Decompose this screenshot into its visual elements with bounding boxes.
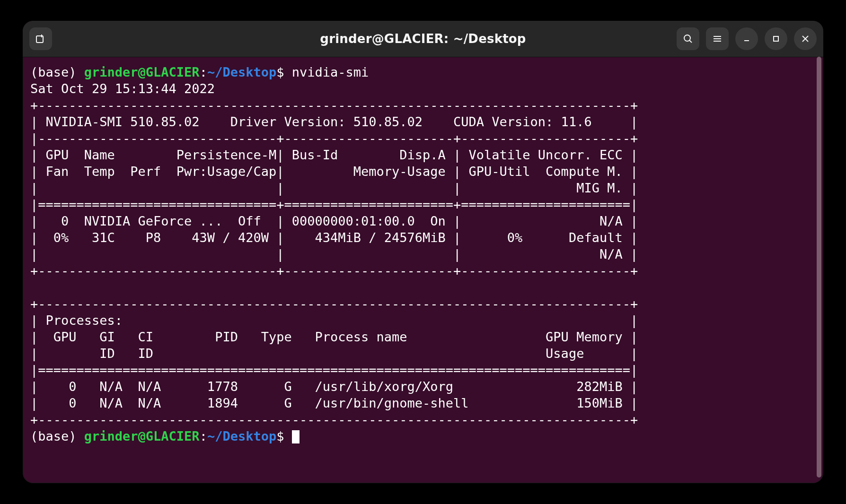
scrollbar-thumb[interactable] xyxy=(817,57,821,478)
titlebar: grinder@GLACIER: ~/Desktop xyxy=(23,21,823,57)
command-text: nvidia-smi xyxy=(292,65,369,79)
search-button[interactable] xyxy=(677,27,699,50)
output-line: | Fan Temp Perf Pwr:Usage/Cap| Memory-Us… xyxy=(30,164,638,179)
maximize-button[interactable] xyxy=(765,27,787,50)
prompt-env: (base) xyxy=(30,65,84,79)
output-line: | | | MIG M. | xyxy=(30,181,638,195)
output-line: | 0% 31C P8 43W / 420W | 434MiB / 24576M… xyxy=(30,230,638,245)
prompt-path: ~/Desktop xyxy=(207,429,276,443)
svg-line-4 xyxy=(689,40,692,43)
output-line: |=======================================… xyxy=(30,363,638,377)
output-line: | GPU GI CI PID Type Process name GPU Me… xyxy=(30,330,638,344)
prompt-dollar: $ xyxy=(276,65,292,79)
prompt-env: (base) xyxy=(30,429,84,443)
svg-point-3 xyxy=(684,35,690,41)
output-line xyxy=(30,280,638,295)
prompt-colon: : xyxy=(200,429,207,443)
cursor xyxy=(292,430,300,443)
scrollbar[interactable] xyxy=(817,57,821,478)
output-line: +-------------------------------+-------… xyxy=(30,263,638,278)
close-button[interactable] xyxy=(794,27,817,50)
output-line: +---------------------------------------… xyxy=(30,98,638,113)
prompt-path: ~/Desktop xyxy=(207,65,276,79)
output-line: | Processes: | xyxy=(30,313,638,328)
output-line: +---------------------------------------… xyxy=(30,412,638,427)
output-line: | NVIDIA-SMI 510.85.02 Driver Version: 5… xyxy=(30,114,638,129)
prompt-user-host: grinder@GLACIER xyxy=(84,65,200,79)
prompt-user-host: grinder@GLACIER xyxy=(84,429,200,443)
prompt-colon: : xyxy=(200,65,207,79)
minimize-button[interactable] xyxy=(735,27,758,50)
output-line: |-------------------------------+-------… xyxy=(30,131,638,146)
output-line: | | | N/A | xyxy=(30,247,638,261)
output-line: |===============================+=======… xyxy=(30,197,638,212)
prompt-dollar: $ xyxy=(276,429,292,443)
terminal-window: grinder@GLACIER: ~/Desktop (base) grinde… xyxy=(23,21,823,483)
output-line: +---------------------------------------… xyxy=(30,296,638,311)
svg-rect-9 xyxy=(774,36,778,41)
menu-button[interactable] xyxy=(706,27,729,50)
new-tab-button[interactable] xyxy=(29,27,52,50)
window-title: grinder@GLACIER: ~/Desktop xyxy=(23,32,823,46)
terminal-output[interactable]: (base) grinder@GLACIER:~/Desktop$ nvidia… xyxy=(23,57,823,483)
output-line: | 0 NVIDIA GeForce ... Off | 00000000:01… xyxy=(30,214,638,228)
output-line: | 0 N/A N/A 1778 G /usr/lib/xorg/Xorg 28… xyxy=(30,379,638,394)
output-line: | GPU Name Persistence-M| Bus-Id Disp.A … xyxy=(30,148,638,162)
output-line: Sat Oct 29 15:13:44 2022 xyxy=(30,81,269,96)
output-line: | 0 N/A N/A 1894 G /usr/bin/gnome-shell … xyxy=(30,396,638,410)
output-line: | ID ID Usage | xyxy=(30,346,638,361)
